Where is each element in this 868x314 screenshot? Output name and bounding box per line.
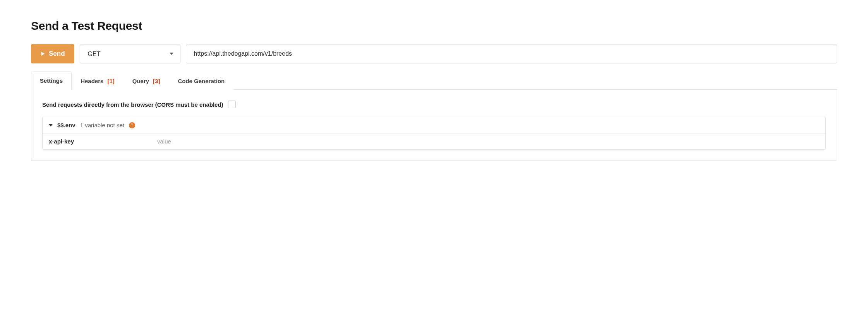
caret-down-icon (49, 124, 53, 126)
tab-headers[interactable]: Headers [1] (72, 72, 124, 90)
tab-query[interactable]: Query [3] (124, 72, 169, 90)
env-header[interactable]: $$.env 1 variable not set ! (43, 117, 825, 133)
tabs: Settings Headers [1] Query [3] Code Gene… (31, 71, 837, 90)
env-name: $$.env (57, 122, 75, 128)
warning-icon: ! (129, 122, 135, 128)
cors-checkbox[interactable] (228, 101, 236, 108)
tab-query-count: [3] (153, 78, 160, 84)
env-key: x-api-key (49, 138, 157, 145)
env-row: x-api-key (43, 133, 825, 149)
cors-row: Send requests directly from the browser … (42, 101, 826, 108)
method-select[interactable]: GET (80, 44, 180, 63)
send-button[interactable]: Send (31, 44, 74, 63)
tab-headers-label: Headers (81, 78, 103, 84)
tab-codegen-label: Code Generation (178, 78, 225, 84)
method-select-wrap: GET (80, 44, 180, 63)
tab-query-label: Query (132, 78, 149, 84)
env-value-input[interactable] (157, 138, 819, 145)
env-block: $$.env 1 variable not set ! x-api-key (42, 117, 826, 150)
tab-headers-count: [1] (107, 78, 114, 84)
env-status: 1 variable not set (80, 122, 124, 128)
request-toolbar: Send GET (31, 44, 837, 63)
tab-settings-label: Settings (40, 77, 63, 84)
tab-settings[interactable]: Settings (31, 72, 72, 90)
url-input[interactable] (186, 44, 837, 63)
page-title: Send a Test Request (31, 19, 837, 32)
send-button-label: Send (49, 50, 65, 58)
settings-panel: Send requests directly from the browser … (31, 90, 837, 161)
play-icon (40, 51, 46, 56)
cors-label: Send requests directly from the browser … (42, 101, 223, 108)
tab-code-generation[interactable]: Code Generation (169, 72, 233, 90)
